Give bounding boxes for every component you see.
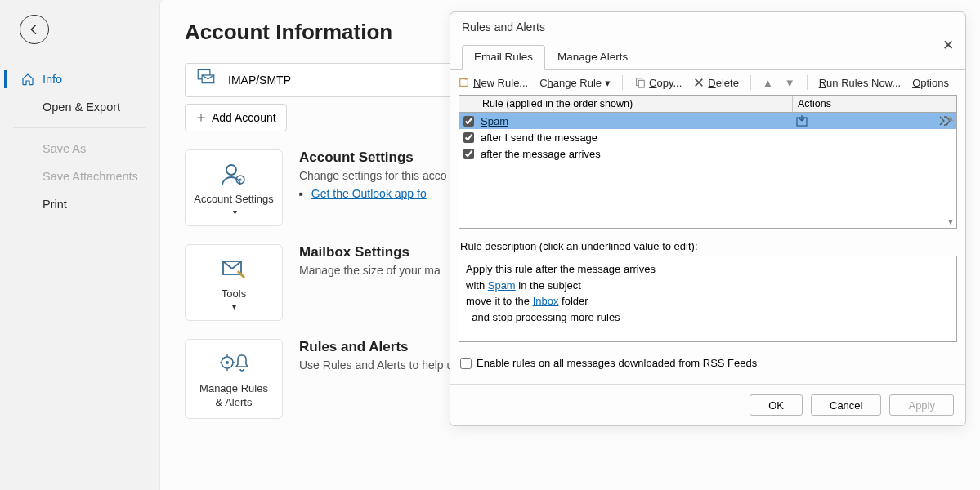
rss-checkbox-row[interactable]: Enable rules on all messages downloaded … [460, 357, 955, 369]
change-rule-button[interactable]: Change Rule▾ [539, 77, 611, 89]
sidebar-separator [13, 127, 146, 128]
cancel-button[interactable]: Cancel [811, 394, 881, 416]
desc-line: move it to the Inbox folder [466, 293, 950, 310]
sidebar-label: Save As [43, 142, 86, 155]
rule-row-spam[interactable]: Spam [459, 113, 956, 129]
scroll-down-arrow[interactable]: ▼ [946, 217, 955, 226]
svg-rect-10 [638, 80, 644, 87]
rule-row-after-send[interactable]: after I send the message [459, 129, 956, 145]
dialog-toolbar: New Rule... Change Rule▾ Copy... Delete … [450, 69, 965, 95]
sidebar-item-info[interactable]: Info [0, 65, 159, 93]
desc-line: with Spam in the subject [466, 278, 950, 294]
rule-description-box: Apply this rule after the message arrive… [459, 256, 957, 342]
rules-table: Rule (applied in the order shown) Action… [459, 95, 957, 229]
backstage-sidebar: Info Open & Export Save As Save Attachme… [0, 0, 159, 490]
rule-row-after-arrives[interactable]: after the message arrives [459, 145, 956, 162]
desc-line: Apply this rule after the message arrive… [466, 261, 950, 278]
delete-rule-button[interactable]: Delete [693, 77, 739, 89]
add-account-button[interactable]: Add Account [185, 104, 287, 131]
options-button[interactable]: Options [912, 77, 949, 89]
copy-icon [634, 77, 646, 88]
copy-rule-button[interactable]: Copy... [634, 77, 682, 89]
plus-icon [195, 112, 207, 123]
user-gear-icon [220, 160, 248, 188]
rss-checkbox[interactable] [460, 358, 472, 369]
desc-value-inbox[interactable]: Inbox [533, 295, 559, 307]
rule-checkbox[interactable] [463, 132, 474, 143]
mail-account-icon [195, 68, 217, 92]
sidebar-item-save-as[interactable]: Save As [0, 135, 159, 163]
rule-checkbox[interactable] [463, 116, 474, 127]
svg-point-2 [226, 165, 236, 175]
sidebar-label: Open & Export [43, 100, 120, 114]
apply-button[interactable]: Apply [889, 394, 954, 416]
svg-rect-8 [460, 79, 468, 87]
rule-name: after I send the message [477, 131, 793, 144]
back-button[interactable] [20, 15, 49, 44]
tools-card[interactable]: Tools▾ [185, 244, 283, 321]
new-rule-icon [459, 77, 470, 88]
close-icon[interactable]: ✕ [942, 37, 954, 54]
scroll-up-arrow[interactable]: ▲ [946, 114, 955, 122]
sidebar-item-open-export[interactable]: Open & Export [0, 93, 159, 121]
tab-manage-alerts[interactable]: Manage Alerts [545, 45, 640, 70]
get-outlook-link[interactable]: Get the Outlook app fo [311, 187, 427, 200]
sidebar-label: Info [43, 73, 62, 86]
run-rules-button[interactable]: Run Rules Now... [819, 77, 901, 89]
ok-button[interactable]: OK [750, 394, 803, 416]
desc-line: and stop processing more rules [466, 310, 950, 326]
rule-description-label: Rule description (click an underlined va… [460, 240, 955, 252]
sidebar-item-save-attachments[interactable]: Save Attachments [0, 163, 159, 190]
move-up-button[interactable]: ▲ [763, 77, 773, 89]
column-actions: Actions [793, 96, 956, 112]
svg-point-7 [226, 361, 229, 364]
back-arrow-icon [27, 22, 42, 37]
add-account-label: Add Account [212, 111, 276, 124]
sidebar-item-print[interactable]: Print [0, 190, 159, 218]
rule-name: after the message arrives [477, 148, 793, 160]
dialog-button-row: OK Cancel Apply [450, 385, 965, 425]
dropdown-arrow-icon: ▾ [605, 77, 611, 89]
table-header: Rule (applied in the order shown) Action… [459, 96, 956, 113]
manage-rules-card[interactable]: Manage Rules& Alerts [185, 339, 283, 419]
account-type-label: IMAP/SMTP [228, 74, 291, 87]
move-down-button[interactable]: ▼ [785, 77, 795, 89]
dialog-title: Rules and Alerts [462, 20, 640, 33]
rss-checkbox-label: Enable rules on all messages downloaded … [477, 357, 757, 369]
home-icon [21, 73, 34, 86]
chevron-down-icon: ▾ [233, 207, 237, 217]
desc-value-spam[interactable]: Spam [488, 279, 516, 292]
rule-name: Spam [477, 115, 793, 127]
rule-checkbox[interactable] [463, 149, 474, 159]
move-to-folder-icon [796, 115, 809, 127]
delete-icon [693, 77, 705, 88]
sidebar-label: Print [43, 198, 67, 211]
tab-email-rules[interactable]: Email Rules [462, 45, 545, 70]
chevron-down-icon: ▾ [232, 301, 236, 312]
column-rule: Rule (applied in the order shown) [477, 96, 793, 112]
new-rule-button[interactable]: New Rule... [459, 77, 528, 89]
rules-alerts-icon [218, 350, 249, 377]
mailbox-tools-icon [220, 255, 248, 283]
account-settings-card[interactable]: Account Settings▾ [185, 149, 283, 226]
sidebar-label: Save Attachments [43, 170, 138, 183]
svg-point-4 [239, 179, 242, 181]
rules-and-alerts-dialog: Rules and Alerts Email Rules Manage Aler… [450, 11, 966, 426]
